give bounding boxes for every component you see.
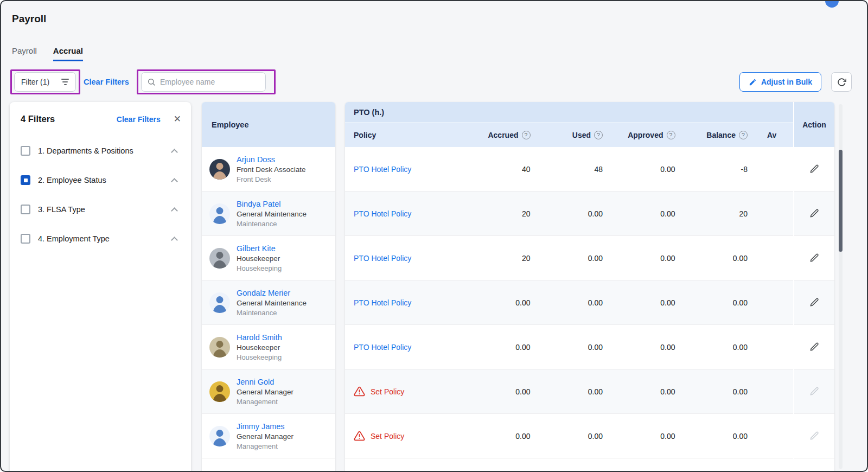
vertical-scrollbar[interactable] <box>839 104 843 469</box>
employee-column-header: Employee <box>202 102 335 147</box>
employee-name-link[interactable]: Bindya Patel <box>237 200 307 208</box>
filter-item[interactable]: 3. FLSA Type <box>21 195 180 224</box>
column-header-accrued: Accrued <box>474 131 547 139</box>
policy-cell: Set Policy <box>345 386 474 397</box>
pto-row: PTO Hotel Policy 0.00 0.00 0.00 0.00 <box>345 325 793 369</box>
approved-value: 0.00 <box>619 387 692 396</box>
edit-pencil-button[interactable] <box>806 161 823 177</box>
policy-cell: PTO Hotel Policy <box>345 254 474 263</box>
adjust-in-bulk-button[interactable]: Adjust in Bulk <box>739 72 821 92</box>
approved-value: 0.00 <box>619 343 692 352</box>
accrued-value: 20 <box>474 254 547 263</box>
chevron-up-icon[interactable] <box>171 149 178 156</box>
chevron-up-icon[interactable] <box>171 237 178 244</box>
used-value: 0.00 <box>547 209 620 218</box>
pto-row: PTO Hotel Policy 40 48 0.00 -8 <box>345 147 793 192</box>
help-icon[interactable] <box>594 131 603 139</box>
policy-link[interactable]: PTO Hotel Policy <box>354 165 411 174</box>
employee-name-link[interactable]: Arjun Doss <box>237 155 306 164</box>
filter-panel-header: 4 Filters Clear Filters ✕ <box>10 102 191 131</box>
tab-accrual[interactable]: Accrual <box>53 46 83 61</box>
action-cell <box>794 192 834 236</box>
tab-payroll[interactable]: Payroll <box>12 46 37 61</box>
employee-department: Management <box>237 442 293 450</box>
policy-cell: PTO Hotel Policy <box>345 298 474 307</box>
edit-pencil-button <box>806 383 823 400</box>
filter-item[interactable]: 2. Employee Status <box>21 165 180 195</box>
policy-cell: PTO Hotel Policy <box>345 209 474 218</box>
policy-link[interactable]: PTO Hotel Policy <box>354 343 411 352</box>
search-box[interactable] <box>141 72 266 92</box>
clear-filters-link[interactable]: Clear Filters <box>84 78 129 86</box>
pto-rows: PTO Hotel Policy 40 48 0.00 -8 PTO Hotel… <box>345 147 793 458</box>
approved-value: 0.00 <box>619 432 692 441</box>
adjust-in-bulk-label: Adjust in Bulk <box>761 78 812 86</box>
used-value: 0.00 <box>547 254 620 263</box>
pencil-icon <box>809 297 820 308</box>
filter-item-label: 2. Employee Status <box>38 176 164 184</box>
help-icon[interactable] <box>667 131 675 139</box>
used-value: 0.00 <box>547 298 620 307</box>
filter-item[interactable]: 4. Employment Type <box>21 224 180 253</box>
app-window: Payroll Payroll Accrual Filter (1) Clear… <box>0 0 868 472</box>
pto-row: Set Policy 0.00 0.00 0.00 0.00 <box>345 414 793 458</box>
refresh-button[interactable] <box>831 72 852 92</box>
employee-name-link[interactable]: Harold Smith <box>237 333 282 342</box>
help-icon[interactable] <box>522 131 531 139</box>
pencil-icon <box>809 253 820 263</box>
filter-item[interactable]: 1. Departments & Positions <box>21 136 180 165</box>
employee-department: Housekeeping <box>237 353 282 361</box>
avatar <box>209 248 230 269</box>
pencil-icon <box>809 208 820 219</box>
action-column-header: Action <box>794 102 834 147</box>
filter-button[interactable]: Filter (1) <box>14 72 76 92</box>
employee-row: Gondalz Merier General Maintenance Maint… <box>202 280 335 325</box>
employee-info: Gilbert Kite Housekeeper Housekeeping <box>237 244 282 272</box>
avatar <box>209 337 230 358</box>
filter-checkbox[interactable] <box>21 205 30 214</box>
filter-checkbox[interactable] <box>21 234 30 244</box>
chevron-up-icon[interactable] <box>171 207 178 214</box>
edit-pencil-button[interactable] <box>806 250 823 266</box>
employee-name-link[interactable]: Gondalz Merier <box>237 289 307 297</box>
action-cells <box>794 147 834 458</box>
filter-button-label: Filter (1) <box>21 78 49 86</box>
employee-name-link[interactable]: Jenni Gold <box>237 378 293 386</box>
close-icon[interactable]: ✕ <box>174 114 181 124</box>
edit-pencil-button[interactable] <box>806 294 823 311</box>
filter-checkbox[interactable] <box>21 175 30 185</box>
edit-pencil-button[interactable] <box>806 205 823 222</box>
user-avatar-partial[interactable] <box>825 0 839 8</box>
employee-name-link[interactable]: Jimmy James <box>237 422 293 431</box>
approved-value: 0.00 <box>619 209 692 218</box>
accrued-value: 0.00 <box>474 298 547 307</box>
employee-department: Housekeeping <box>237 264 282 272</box>
policy-link[interactable]: PTO Hotel Policy <box>354 254 411 263</box>
filter-checkbox[interactable] <box>21 146 30 156</box>
policy-link[interactable]: Set Policy <box>371 432 404 441</box>
avatar <box>209 159 230 180</box>
employee-name-link[interactable]: Gilbert Kite <box>237 244 282 253</box>
help-icon[interactable] <box>739 131 748 139</box>
column-header-balance: Balance <box>692 131 764 139</box>
scrollbar-thumb[interactable] <box>839 150 843 252</box>
employee-row: Harold Smith Housekeeper Housekeeping <box>202 325 335 369</box>
panel-clear-filters-link[interactable]: Clear Filters <box>117 115 161 124</box>
action-cell <box>794 325 834 369</box>
pencil-icon <box>809 164 820 174</box>
chevron-up-icon[interactable] <box>171 178 178 185</box>
tab-bar: Payroll Accrual <box>12 46 83 61</box>
employee-info: Jimmy James General Manager Management <box>237 422 293 450</box>
search-input[interactable] <box>160 78 260 86</box>
employee-position: General Maintenance <box>237 210 307 218</box>
employee-position: Housekeeper <box>237 254 282 263</box>
action-cell <box>794 280 834 325</box>
policy-link[interactable]: PTO Hotel Policy <box>354 298 411 307</box>
policy-link[interactable]: Set Policy <box>371 387 404 396</box>
balance-value: 20 <box>692 209 764 218</box>
policy-link[interactable]: PTO Hotel Policy <box>354 209 411 218</box>
employee-rows: Arjun Doss Front Desk Associate Front De… <box>202 147 335 458</box>
policy-cell: Set Policy <box>345 430 474 442</box>
edit-pencil-button[interactable] <box>806 339 823 355</box>
action-cell <box>794 147 834 192</box>
